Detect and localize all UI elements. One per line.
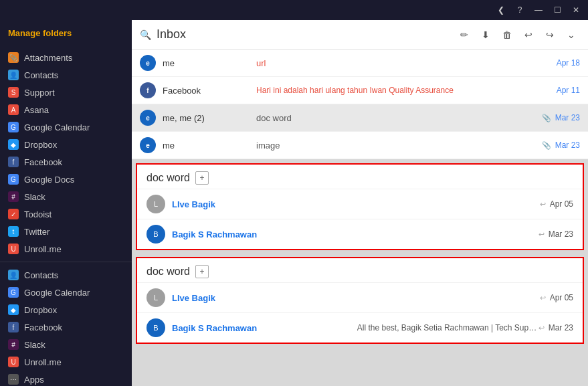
delete-btn[interactable]: 🗑 [498, 26, 516, 43]
sidebar-item-apps[interactable]: ⋯ Apps [0, 371, 132, 386]
compose-btn[interactable]: ✏ [456, 26, 473, 43]
sidebar-item-label: Unroll.me [24, 357, 62, 367]
email-subject: image [256, 140, 542, 151]
sidebar-item-attachments[interactable]: 📎 Attachments [0, 49, 132, 66]
email-meta: Apr 11 [557, 86, 580, 95]
panel-1-message-0[interactable]: L LIve Bagik ↩ Apr 05 [137, 189, 583, 219]
sidebar-item-google-calendar2[interactable]: G Google Calendar [0, 284, 132, 301]
attachment-icon: 📎 [542, 141, 551, 150]
sidebar-item-facebook[interactable]: f Facebook [0, 153, 132, 171]
sidebar-item-twitter[interactable]: t Twitter [0, 223, 132, 240]
gcal2-icon: G [8, 287, 19, 298]
email-date: Mar 23 [555, 113, 580, 122]
panel-2: doc word + L LIve Bagik ↩ Apr 05 B Bagik… [136, 257, 584, 344]
reply-icon: ↩ [540, 294, 546, 302]
sidebar-item-label: Google Calendar [24, 122, 90, 132]
email-row[interactable]: e me image 📎 Mar 23 [132, 132, 588, 159]
facebook2-icon: f [8, 322, 19, 332]
sidebar-item-label: Dropbox [24, 305, 57, 315]
unroll-icon: U [8, 244, 19, 254]
sidebar-item-todoist[interactable]: ✓ Todoist [0, 205, 132, 223]
email-meta: 📎 Mar 23 [542, 140, 580, 150]
sidebar-header: Manage folders [0, 20, 132, 49]
sidebar-item-dropbox[interactable]: ◆ Dropbox [0, 136, 132, 153]
search-icon: 🔍 [140, 29, 151, 40]
panel-msg-name: Bagik S Rachmawan [172, 323, 353, 333]
email-date: Mar 23 [555, 140, 580, 150]
sidebar-item-contacts[interactable]: 👤 Contacts [0, 66, 132, 84]
sidebar-item-slack[interactable]: # Slack [0, 188, 132, 205]
dropbox-icon: ◆ [8, 139, 19, 150]
panel-msg-meta: ↩ Apr 05 [540, 293, 573, 302]
email-meta: Apr 18 [557, 58, 580, 68]
panel-1-message-1[interactable]: B Bagik S Rachmawan ↩ Mar 23 [137, 219, 583, 249]
sidebar-item-unroll-me2[interactable]: U Unroll.me [0, 353, 132, 371]
avatar: B [146, 225, 165, 244]
panels-area: doc word + L LIve Bagik ↩ Apr 05 B Bagik… [132, 159, 588, 386]
manage-folders-btn[interactable]: Manage folders [8, 25, 124, 41]
email-date: Apr 18 [557, 58, 580, 68]
panel-1-title: doc word [146, 172, 190, 184]
panel-2-message-0[interactable]: L LIve Bagik ↩ Apr 05 [137, 282, 583, 312]
inbox-header: 🔍 Inbox ✏ ⬇ 🗑 ↩ ↪ ⌄ [132, 20, 588, 50]
gdocs-icon: G [8, 174, 19, 185]
asana-icon: A [8, 104, 19, 115]
avatar: L [146, 195, 165, 213]
back-btn[interactable]: ❮ [494, 3, 508, 17]
forward-btn[interactable]: ↪ [541, 26, 559, 43]
more-btn[interactable]: ⌄ [563, 26, 580, 43]
sidebar-item-support[interactable]: S Support [0, 84, 132, 101]
sidebar-item-label: Google Calendar [24, 288, 90, 298]
panel-msg-date: Mar 23 [549, 323, 573, 332]
facebook-icon: f [8, 157, 19, 167]
dropbox2-icon: ◆ [8, 304, 19, 315]
panel-2-message-1[interactable]: B Bagik S Rachmawan All the best, Bagik … [137, 312, 583, 343]
download-btn[interactable]: ⬇ [477, 26, 494, 43]
panel-1: doc word + L LIve Bagik ↩ Apr 05 B Bagik… [136, 163, 584, 250]
reply-icon: ↩ [538, 230, 545, 239]
sidebar-item-google-docs[interactable]: G Google Docs [0, 171, 132, 188]
sidebar-item-label: Contacts [24, 70, 58, 80]
help-btn[interactable]: ? [513, 3, 526, 17]
email-sender: Facebook [163, 86, 256, 96]
sidebar-item-asana[interactable]: A Asana [0, 101, 132, 118]
minimize-btn[interactable]: — [532, 3, 545, 17]
sidebar-item-label: Attachments [24, 53, 72, 63]
twitter-icon: t [8, 226, 19, 237]
email-row[interactable]: f Facebook Hari ini adalah hari ulang ta… [132, 77, 588, 104]
panel-1-add-btn[interactable]: + [195, 171, 209, 185]
close-btn[interactable]: ✕ [569, 3, 583, 17]
sidebar-item-dropbox2[interactable]: ◆ Dropbox [0, 301, 132, 318]
email-date: Apr 11 [557, 86, 580, 95]
sidebar-item-label: Dropbox [24, 140, 57, 150]
panel-msg-meta: ↩ Apr 05 [540, 199, 573, 209]
slack2-icon: # [8, 339, 19, 350]
attachment-icon: 📎 [542, 114, 551, 122]
sidebar-item-slack2[interactable]: # Slack [0, 336, 132, 353]
sidebar-item-unroll-me[interactable]: U Unroll.me [0, 240, 132, 258]
avatar: e [140, 110, 156, 126]
email-row[interactable]: e me, me (2) doc word 📎 Mar 23 [132, 104, 588, 132]
reply-icon: ↩ [540, 200, 546, 209]
avatar: f [140, 82, 156, 98]
sidebar-item-label: Apps [24, 375, 44, 385]
attachments-icon: 📎 [8, 52, 19, 63]
inbox-actions: ✏ ⬇ 🗑 ↩ ↪ ⌄ [456, 26, 580, 43]
sidebar-item-facebook2[interactable]: f Facebook [0, 318, 132, 336]
maximize-btn[interactable]: ☐ [551, 3, 564, 17]
email-row[interactable]: e me url Apr 18 [132, 50, 588, 77]
panel-2-add-btn[interactable]: + [195, 265, 209, 278]
avatar: e [140, 55, 156, 71]
inbox-title: Inbox [157, 27, 186, 41]
reply-icon: ↩ [538, 324, 545, 332]
sidebar-divider [0, 262, 132, 262]
slack-icon: # [8, 191, 19, 202]
apps-icon: ⋯ [8, 374, 19, 385]
sidebar-item-label: Unroll.me [24, 244, 62, 254]
sidebar-item-contacts2[interactable]: 👤 Contacts [0, 266, 132, 284]
inbox-search: 🔍 Inbox [140, 27, 186, 41]
panel-1-header: doc word + [137, 165, 583, 189]
sidebar-item-google-calendar[interactable]: G Google Calendar [0, 118, 132, 136]
reply-btn[interactable]: ↩ [520, 26, 537, 43]
panel-2-title: doc word [146, 266, 190, 278]
